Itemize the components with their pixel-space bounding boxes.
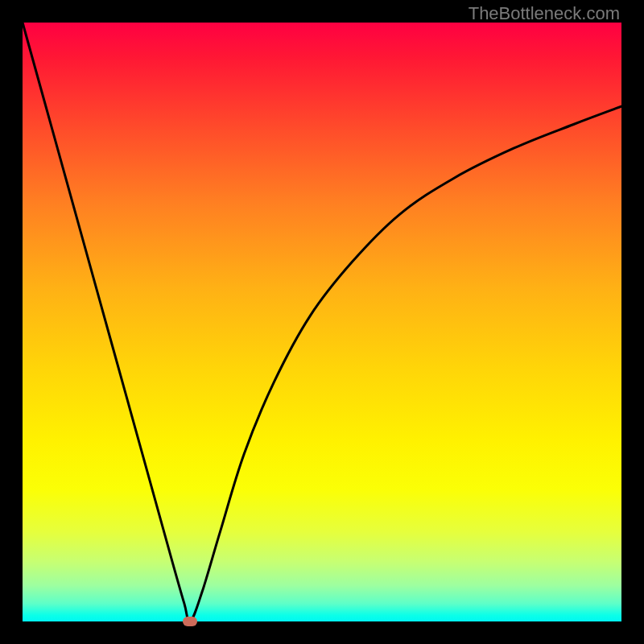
watermark-text: TheBottleneck.com — [469, 3, 620, 24]
optimal-point-marker — [183, 617, 197, 626]
plot-gradient-background — [23, 23, 621, 621]
chart-container: TheBottleneck.com — [0, 0, 644, 644]
